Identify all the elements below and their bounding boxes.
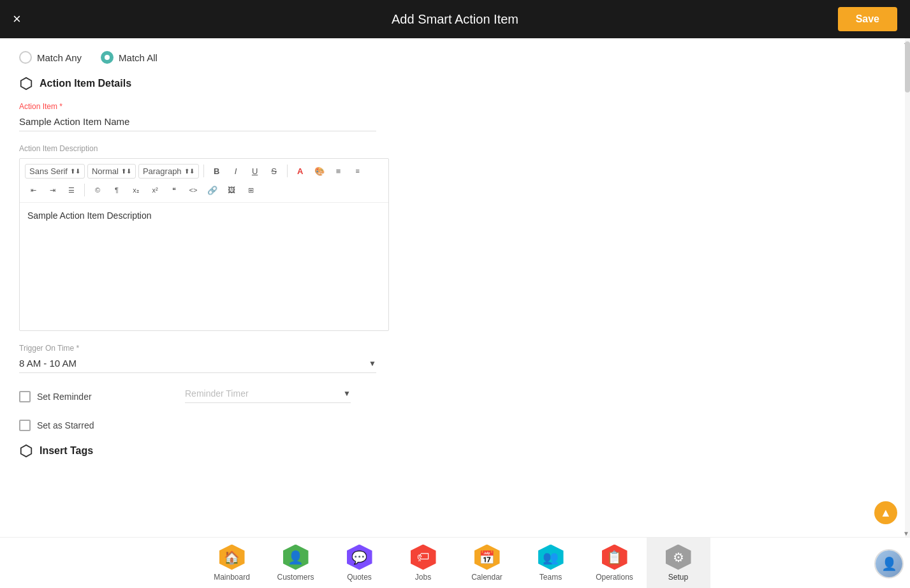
reminder-timer-wrapper: Reminder Timer ▼ (185, 386, 351, 407)
match-any-option[interactable]: Match Any (19, 51, 82, 64)
reminder-timer-dropdown[interactable]: Reminder Timer ▼ (185, 386, 351, 403)
rte-content-area[interactable]: Sample Action Item Description (20, 203, 388, 330)
action-item-name-input[interactable] (19, 114, 376, 131)
match-all-option[interactable]: Match All (101, 51, 158, 64)
strikethrough-button[interactable]: S (266, 163, 283, 179)
set-reminder-checkbox[interactable] (19, 391, 31, 402)
bold-button[interactable]: B (209, 163, 225, 179)
action-item-name-wrapper: Action Item * (19, 102, 891, 131)
main-content: Match Any Match All Action Item Details … (0, 38, 910, 537)
italic-button[interactable]: I (228, 163, 244, 179)
blockquote-button[interactable]: ❝ (166, 182, 182, 198)
save-button[interactable]: Save (838, 7, 897, 31)
customers-icon: 👤 (283, 545, 309, 570)
highlight-button[interactable]: 🎨 (311, 163, 328, 179)
reminder-timer-arrow: ▼ (343, 389, 351, 398)
align-center-button[interactable]: ≡ (349, 163, 366, 179)
set-starred-label: Set as Starred (37, 420, 94, 430)
insert-tags-hexagon-icon (19, 444, 33, 458)
jobs-label: Jobs (415, 573, 431, 582)
mainboard-label: Mainboard (214, 573, 250, 582)
nav-item-operations[interactable]: 📋 Operations (583, 538, 647, 589)
reminder-section: Set Reminder Reminder Timer ▼ (19, 386, 891, 407)
section-title: Action Item Details (40, 78, 131, 89)
trigger-time-wrapper: Trigger On Time * 8 AM - 10 AM ▼ (19, 344, 376, 373)
svg-marker-1 (21, 445, 32, 457)
page-title: Add Smart Action Item (392, 12, 518, 27)
code-button[interactable]: <> (185, 182, 202, 198)
paragraph-mark-button[interactable]: ¶ (108, 182, 125, 198)
insert-tags-title: Insert Tags (40, 445, 93, 457)
paragraph-select[interactable]: Paragraph ⬆⬇ (138, 164, 199, 179)
emoji-button[interactable]: © (89, 182, 106, 198)
rte-toolbar: Sans Serif ⬆⬇ Normal ⬆⬇ Paragraph ⬆⬇ B I… (20, 159, 388, 203)
trigger-time-value: 8 AM - 10 AM (19, 358, 77, 369)
nav-item-customers[interactable]: 👤 Customers (264, 538, 328, 589)
nav-item-jobs[interactable]: 🏷 Jobs (392, 538, 455, 589)
nav-item-quotes[interactable]: 💬 Quotes (328, 538, 392, 589)
justify-button[interactable]: ☰ (63, 182, 80, 198)
hexagon-icon (19, 77, 33, 91)
teams-icon: 👥 (538, 545, 564, 570)
insert-tags-section-header: Insert Tags (19, 444, 891, 458)
outdent-button[interactable]: ⇥ (44, 182, 61, 198)
trigger-time-label: Trigger On Time * (19, 344, 376, 353)
set-reminder-row: Set Reminder (19, 391, 147, 402)
superscript-button[interactable]: x² (147, 182, 163, 198)
nav-item-setup[interactable]: ⚙ Setup (647, 538, 710, 589)
subscript-button[interactable]: x₂ (128, 182, 144, 198)
avatar-image: 👤 (876, 550, 902, 577)
font-family-select[interactable]: Sans Serif ⬆⬇ (25, 164, 85, 179)
set-reminder-label: Set Reminder (37, 392, 92, 402)
rich-text-editor: Sans Serif ⬆⬇ Normal ⬆⬇ Paragraph ⬆⬇ B I… (19, 158, 389, 331)
operations-label: Operations (596, 573, 633, 582)
match-any-label: Match Any (37, 52, 82, 63)
bottom-navigation: 🏠 Mainboard 👤 Customers 💬 Quotes 🏷 Jobs … (0, 537, 910, 588)
nav-item-mainboard[interactable]: 🏠 Mainboard (200, 538, 264, 589)
indent-button[interactable]: ⇤ (25, 182, 41, 198)
set-starred-checkbox[interactable] (19, 420, 31, 431)
set-starred-row: Set as Starred (19, 420, 891, 431)
action-item-details-section-header: Action Item Details (19, 77, 891, 91)
reminder-timer-placeholder: Reminder Timer (185, 388, 249, 399)
font-size-select[interactable]: Normal ⬆⬇ (87, 164, 136, 179)
scroll-thumb[interactable] (905, 41, 910, 92)
calendar-icon: 📅 (474, 545, 500, 570)
toolbar-sep-1 (203, 165, 204, 177)
underline-button[interactable]: U (247, 163, 263, 179)
setup-label: Setup (668, 573, 688, 582)
action-item-field-label: Action Item * (19, 102, 891, 111)
nav-item-calendar[interactable]: 📅 Calendar (455, 538, 519, 589)
description-label: Action Item Description (19, 144, 891, 153)
scroll-down-arrow[interactable]: ▼ (902, 530, 910, 537)
mainboard-icon: 🏠 (219, 545, 245, 570)
trigger-time-arrow: ▼ (369, 359, 376, 368)
match-all-radio[interactable] (101, 51, 114, 64)
operations-icon: 📋 (602, 545, 627, 570)
table-button[interactable]: ⊞ (242, 182, 259, 198)
jobs-icon: 🏷 (411, 545, 436, 570)
align-left-button[interactable]: ≡ (330, 163, 347, 179)
nav-item-teams[interactable]: 👥 Teams (519, 538, 583, 589)
back-to-top-button[interactable]: ▲ (874, 501, 897, 524)
setup-icon: ⚙ (666, 545, 691, 570)
scrollbar[interactable] (905, 38, 910, 537)
teams-label: Teams (539, 573, 562, 582)
font-color-button[interactable]: A (292, 163, 309, 179)
toolbar-sep-3 (84, 184, 85, 196)
quotes-label: Quotes (347, 573, 372, 582)
calendar-label: Calendar (471, 573, 503, 582)
match-all-label: Match All (119, 52, 158, 63)
close-button[interactable]: × (13, 12, 21, 26)
customers-label: Customers (277, 573, 314, 582)
match-any-radio[interactable] (19, 51, 32, 64)
trigger-time-dropdown[interactable]: 8 AM - 10 AM ▼ (19, 355, 376, 373)
quotes-icon: 💬 (347, 545, 372, 570)
toolbar-sep-2 (287, 165, 288, 177)
user-avatar[interactable]: 👤 (874, 549, 904, 578)
svg-marker-0 (21, 78, 32, 89)
image-button[interactable]: 🖼 (223, 182, 240, 198)
link-button[interactable]: 🔗 (204, 182, 221, 198)
match-row: Match Any Match All (19, 48, 891, 64)
app-header: × Add Smart Action Item Save (0, 0, 910, 38)
